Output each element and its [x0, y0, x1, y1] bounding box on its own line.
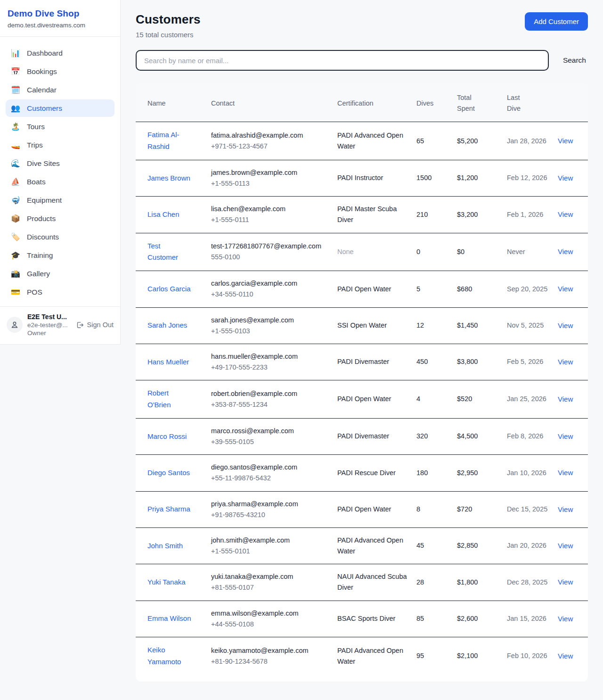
- customer-dives: 28: [416, 578, 424, 586]
- customer-name-link[interactable]: Lisa Chen: [147, 210, 179, 218]
- table-row: John Smith john.smith@example.com +1-555…: [136, 527, 588, 564]
- cell-name: Yuki Tanaka: [136, 564, 206, 601]
- cell-contact: emma.wilson@example.com +44-555-0108: [206, 601, 333, 637]
- cell-view: View: [553, 601, 588, 637]
- customer-name-link[interactable]: Diego Santos: [147, 469, 190, 477]
- table-row: Sarah Jones sarah.jones@example.com +1-5…: [136, 307, 588, 344]
- cell-total-spent: $2,100: [452, 637, 502, 675]
- cell-name: Priya Sharma: [136, 491, 206, 527]
- customer-name-link[interactable]: Test Customer: [147, 242, 178, 262]
- sidebar-item-customers[interactable]: 👥 Customers: [6, 99, 114, 117]
- customer-name-link[interactable]: James Brown: [147, 174, 190, 182]
- shop-name: Demo Dive Shop: [8, 8, 113, 19]
- sidebar-item-dashboard[interactable]: 📊 Dashboard: [6, 44, 114, 62]
- view-link[interactable]: View: [558, 358, 573, 366]
- view-link[interactable]: View: [558, 210, 573, 218]
- cell-last-dive: Feb 10, 2026: [502, 637, 553, 675]
- view-link[interactable]: View: [558, 137, 573, 145]
- customer-certification: PADI Rescue Diver: [337, 469, 396, 477]
- view-link[interactable]: View: [558, 578, 573, 586]
- table-row: James Brown james.brown@example.com +1-5…: [136, 160, 588, 196]
- view-link[interactable]: View: [558, 505, 573, 513]
- cell-dives: 4: [412, 380, 452, 419]
- cell-name: Diego Santos: [136, 455, 206, 491]
- sidebar-item-tours[interactable]: 🏝️ Tours: [6, 118, 114, 135]
- cell-certification: NAUI Advanced Scuba Diver: [333, 564, 412, 601]
- sidebar-item-trips[interactable]: 🚤 Trips: [6, 136, 114, 154]
- add-customer-button[interactable]: Add Customer: [525, 12, 588, 31]
- view-link[interactable]: View: [558, 321, 573, 329]
- cell-view: View: [553, 271, 588, 307]
- main-content: Customers 15 total customers Add Custome…: [121, 0, 603, 696]
- view-link[interactable]: View: [558, 652, 573, 660]
- customer-total-spent: $2,850: [457, 542, 478, 549]
- customer-name-link[interactable]: John Smith: [147, 542, 183, 550]
- cell-certification: PADI Instructor: [333, 160, 412, 196]
- customer-email: sarah.jones@example.com: [211, 315, 328, 326]
- customer-name-link[interactable]: Keiko Yamamoto: [147, 646, 181, 666]
- customer-last-dive: Jan 28, 2026: [507, 137, 546, 145]
- customer-name-link[interactable]: Marco Rossi: [147, 432, 187, 440]
- view-link[interactable]: View: [558, 432, 573, 440]
- table-row: Priya Sharma priya.sharma@example.com +9…: [136, 491, 588, 527]
- cell-name: Carlos Garcia: [136, 271, 206, 307]
- sidebar-item-equipment[interactable]: 🤿 Equipment: [6, 191, 114, 209]
- search-input[interactable]: [136, 50, 549, 71]
- customer-last-dive: Jan 10, 2026: [507, 469, 546, 477]
- customer-dives: 45: [416, 542, 424, 549]
- customer-name-link[interactable]: Hans Mueller: [147, 358, 189, 366]
- customer-total-spent: $2,600: [457, 615, 478, 622]
- sidebar-item-boats[interactable]: ⛵ Boats: [6, 173, 114, 190]
- customer-name-link[interactable]: Emma Wilson: [147, 614, 191, 622]
- customer-dives: 210: [416, 211, 428, 218]
- cell-dives: 450: [412, 344, 452, 380]
- view-link[interactable]: View: [558, 469, 573, 477]
- bookings-icon: 📅: [10, 67, 21, 76]
- customer-name-link[interactable]: Carlos Garcia: [147, 285, 191, 293]
- sidebar-item-discounts[interactable]: 🏷️ Discounts: [6, 228, 114, 246]
- sidebar-item-label: Dive Sites: [27, 159, 60, 168]
- cell-last-dive: Feb 8, 2026: [502, 418, 553, 454]
- sidebar-item-pos[interactable]: 💳 POS: [6, 283, 114, 301]
- sidebar-item-gallery[interactable]: 📸 Gallery: [6, 265, 114, 282]
- sidebar-item-products[interactable]: 📦 Products: [6, 210, 114, 227]
- cell-dives: 28: [412, 564, 452, 601]
- cell-certification: PADI Open Water: [333, 380, 412, 419]
- customer-last-dive: Feb 1, 2026: [507, 211, 543, 218]
- cell-last-dive: Nov 5, 2025: [502, 307, 553, 344]
- sidebar-item-label: Customers: [27, 104, 62, 113]
- cell-last-dive: Dec 28, 2025: [502, 564, 553, 601]
- search-button[interactable]: Search: [561, 52, 588, 68]
- customer-total-spent: $5,200: [457, 137, 478, 145]
- cell-name: John Smith: [136, 527, 206, 564]
- view-link[interactable]: View: [558, 247, 573, 255]
- cell-dives: 45: [412, 527, 452, 564]
- customer-certification: PADI Master Scuba Diver: [337, 205, 397, 223]
- customer-name-link[interactable]: Fatima Al-Rashid: [147, 131, 179, 150]
- customer-name-link[interactable]: Yuki Tanaka: [147, 578, 186, 586]
- customer-name-link[interactable]: Priya Sharma: [147, 505, 190, 513]
- customer-name-link[interactable]: Robert O'Brien: [147, 389, 171, 409]
- cell-view: View: [553, 122, 588, 160]
- sidebar-item-calendar[interactable]: 🗓️ Calendar: [6, 81, 114, 99]
- cell-view: View: [553, 455, 588, 491]
- customer-name-link[interactable]: Sarah Jones: [147, 321, 187, 329]
- customer-phone: +49-170-555-2233: [211, 362, 328, 373]
- cell-view: View: [553, 527, 588, 564]
- sign-out-button[interactable]: Sign Out: [76, 321, 114, 329]
- view-link[interactable]: View: [558, 542, 573, 550]
- customer-certification: PADI Divemaster: [337, 358, 389, 365]
- sidebar-item-dive-sites[interactable]: 🌊 Dive Sites: [6, 155, 114, 172]
- customer-total-spent: $1,200: [457, 174, 478, 181]
- view-link[interactable]: View: [558, 285, 573, 293]
- customer-email: emma.wilson@example.com: [211, 608, 328, 619]
- table-row: Emma Wilson emma.wilson@example.com +44-…: [136, 601, 588, 637]
- view-link[interactable]: View: [558, 174, 573, 182]
- sidebar-item-bookings[interactable]: 📅 Bookings: [6, 63, 114, 80]
- customer-phone: 555-0100: [211, 252, 328, 263]
- view-link[interactable]: View: [558, 615, 573, 623]
- table-row: Keiko Yamamoto keiko.yamamoto@example.co…: [136, 637, 588, 675]
- sidebar-item-training[interactable]: 🎓 Training: [6, 247, 114, 264]
- view-link[interactable]: View: [558, 395, 573, 403]
- cell-certification: PADI Advanced Open Water: [333, 637, 412, 675]
